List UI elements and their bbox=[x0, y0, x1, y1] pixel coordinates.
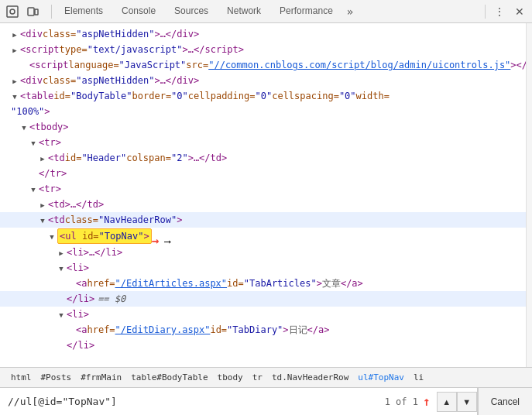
expand-arrow[interactable] bbox=[37, 213, 48, 227]
tag: <tr> bbox=[39, 182, 61, 196]
tree-row[interactable]: <a href="/EditDiary.aspx" id="TabDiary">… bbox=[0, 322, 526, 338]
expand-arrow[interactable] bbox=[28, 182, 39, 196]
tree-row[interactable]: <tbody> bbox=[0, 119, 526, 135]
attr-value: "100%" bbox=[11, 105, 44, 118]
svg-rect-3 bbox=[35, 9, 38, 15]
attr-name: href= bbox=[87, 323, 115, 337]
breadcrumb-item-bodytable[interactable]: table#BodyTable bbox=[126, 371, 212, 384]
toolbar-divider-2 bbox=[485, 5, 486, 19]
search-prev-button[interactable]: ▲ bbox=[437, 392, 457, 412]
tree-row[interactable]: <table id="BodyTable" border="0" cellpad… bbox=[0, 88, 526, 104]
tag: <div bbox=[20, 74, 43, 87]
expand-arrow[interactable] bbox=[37, 197, 48, 211]
tree-row[interactable]: <a href="/EditArticles.aspx" id="TabArti… bbox=[0, 276, 526, 291]
expand-arrow[interactable] bbox=[9, 74, 20, 87]
svg-point-1 bbox=[10, 9, 15, 14]
svg-rect-0 bbox=[7, 6, 18, 17]
search-count-text: 1 of 1 bbox=[385, 396, 418, 407]
tree-row[interactable]: <tr> bbox=[0, 181, 526, 197]
tab-elements[interactable]: Elements bbox=[55, 0, 112, 22]
tab-console-label: Console bbox=[122, 5, 156, 16]
tag-close: > bbox=[317, 276, 322, 290]
breadcrumb-bar: html #Posts #frmMain table#BodyTable tbo… bbox=[0, 367, 532, 387]
breadcrumb-item-frmmain[interactable]: #frmMain bbox=[76, 371, 126, 384]
attr-name: width= bbox=[356, 89, 390, 103]
tree-row[interactable]: <td id="Header" colspan="2">…</td> bbox=[0, 150, 526, 166]
tree-row[interactable]: "100%"> bbox=[0, 104, 526, 119]
more-options-button[interactable]: ⋮ bbox=[490, 2, 509, 21]
tag-close: </a> bbox=[341, 276, 363, 290]
tree-row[interactable]: <div class="aspNetHidden">…</div> bbox=[0, 26, 526, 42]
tree-row[interactable]: <li> bbox=[0, 307, 526, 322]
tree-row[interactable]: <script type="text/javascript">…</script… bbox=[0, 42, 526, 57]
more-tabs-button[interactable]: » bbox=[342, 0, 358, 22]
breadcrumb-item-ul-topnav[interactable]: ul#TopNav bbox=[353, 371, 409, 384]
toolbar-icons bbox=[3, 2, 42, 21]
attr-name: class= bbox=[43, 74, 76, 87]
attr-value: "/EditArticles.aspx" bbox=[115, 276, 228, 290]
tag: <table bbox=[20, 89, 53, 103]
tag: <ul bbox=[60, 231, 82, 242]
expand-arrow[interactable] bbox=[9, 89, 20, 103]
attr-value: "0" bbox=[339, 89, 356, 103]
tab-sources-label: Sources bbox=[174, 5, 208, 16]
expand-arrow[interactable] bbox=[56, 307, 67, 321]
expand-arrow[interactable] bbox=[46, 229, 57, 243]
expand-arrow[interactable] bbox=[9, 43, 20, 57]
tag-close: </li> bbox=[67, 292, 94, 306]
breadcrumb-item-html[interactable]: html bbox=[6, 371, 36, 384]
device-toggle-button[interactable] bbox=[23, 2, 42, 21]
elements-tree[interactable]: <div class="aspNetHidden">…</div> <scrip… bbox=[0, 23, 526, 367]
tag: <div bbox=[20, 27, 43, 41]
tab-performance-label: Performance bbox=[280, 5, 333, 16]
red-arrow-indicator: ⟶ bbox=[152, 232, 175, 241]
toolbar-divider bbox=[51, 5, 52, 19]
tree-row[interactable]: <div class="aspNetHidden">…</div> bbox=[0, 73, 526, 88]
expand-arrow[interactable] bbox=[28, 135, 39, 149]
attr-value: "aspNetHidden" bbox=[76, 27, 154, 41]
expand-arrow[interactable] bbox=[56, 245, 67, 259]
cancel-button[interactable]: Cancel bbox=[478, 388, 532, 415]
expand-arrow[interactable] bbox=[37, 151, 48, 165]
attr-value: "0" bbox=[171, 89, 188, 103]
attr-name: colspan= bbox=[126, 151, 171, 165]
tree-row[interactable]: <td>…</td> bbox=[0, 197, 526, 212]
search-next-button[interactable]: ▼ bbox=[457, 392, 477, 412]
tree-row[interactable]: </li> bbox=[0, 338, 526, 353]
tree-row[interactable]: </tr> bbox=[0, 166, 526, 181]
tree-row-highlighted[interactable]: <ul id="TopNav"> ⟶ bbox=[0, 228, 526, 245]
breadcrumb-item-li[interactable]: li bbox=[409, 371, 428, 384]
tag: <td bbox=[48, 151, 65, 165]
tag-close: >…</div> bbox=[154, 27, 199, 41]
tab-console[interactable]: Console bbox=[112, 0, 165, 22]
scrollbar-track[interactable] bbox=[526, 23, 532, 367]
tree-row[interactable]: </li> == $0 bbox=[0, 291, 526, 307]
highlighted-tag: <ul id="TopNav"> bbox=[57, 228, 152, 244]
inspect-element-button[interactable] bbox=[3, 2, 22, 21]
breadcrumb-item-td-navheaderrow[interactable]: td.NavHeaderRow bbox=[267, 371, 353, 384]
search-input[interactable] bbox=[0, 388, 379, 415]
tab-network[interactable]: Network bbox=[218, 0, 270, 22]
tag: <script bbox=[20, 43, 60, 57]
breadcrumb-item-posts[interactable]: #Posts bbox=[36, 371, 77, 384]
search-bar: 1 of 1 ↑ ▲ ▼ Cancel bbox=[0, 387, 532, 415]
expand-arrow[interactable] bbox=[9, 27, 20, 41]
tag: <tr> bbox=[39, 135, 61, 149]
attr-name: cellpadding= bbox=[188, 89, 256, 103]
tab-sources[interactable]: Sources bbox=[165, 0, 218, 22]
tree-row[interactable]: <script language="JavaScript" src="//com… bbox=[0, 57, 526, 73]
expand-arrow[interactable] bbox=[56, 261, 67, 275]
tree-row[interactable]: <li>…</li> bbox=[0, 245, 526, 260]
breadcrumb-item-tbody[interactable]: tbody bbox=[213, 371, 248, 384]
attr-value: "2" bbox=[171, 151, 188, 165]
tag-close: > bbox=[283, 323, 288, 337]
tree-row[interactable]: <li> bbox=[0, 260, 526, 276]
tree-row[interactable]: <tr> bbox=[0, 135, 526, 150]
tree-row-selected[interactable]: <td class="NavHeaderRow"> bbox=[0, 212, 526, 228]
tab-performance[interactable]: Performance bbox=[270, 0, 342, 22]
breadcrumb-item-tr[interactable]: tr bbox=[248, 371, 267, 384]
close-devtools-button[interactable]: ✕ bbox=[510, 2, 529, 21]
expand-arrow[interactable] bbox=[19, 120, 29, 134]
tag-close: </a> bbox=[307, 323, 330, 337]
attr-value: "aspNetHidden" bbox=[76, 74, 154, 87]
